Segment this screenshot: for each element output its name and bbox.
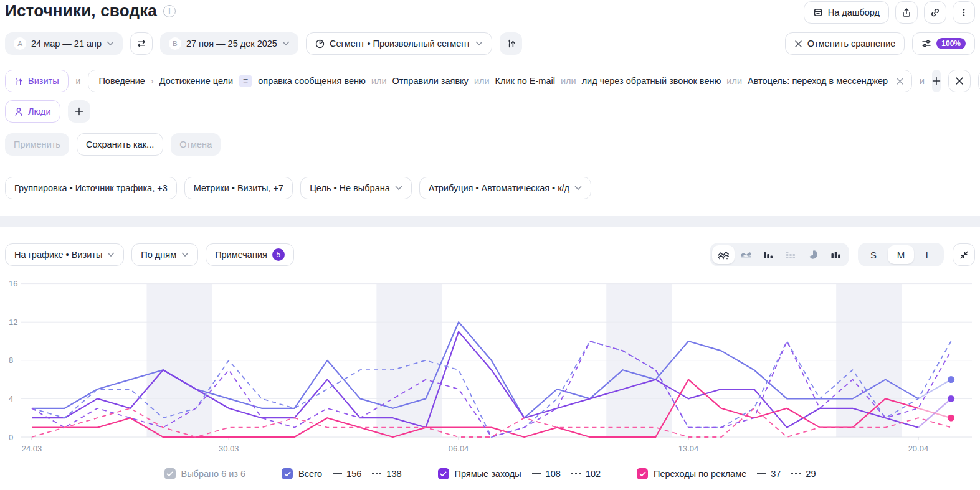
visits-pill-label: Визиты xyxy=(28,76,59,86)
chart-type-columns[interactable] xyxy=(757,245,779,264)
grouping-row: Группировка • Источник трафика, +3 Метри… xyxy=(5,177,975,199)
filter-goal-1: оправка сообщения веню xyxy=(258,76,366,86)
chart-size-m[interactable]: M xyxy=(888,245,914,264)
cancel-compare-label: Отменить сравнение xyxy=(807,39,896,49)
close-icon xyxy=(794,40,802,48)
segment-selector[interactable]: Сегмент • Произвольный сегмент xyxy=(306,32,492,55)
share-button[interactable] xyxy=(895,1,918,24)
period-b-selector[interactable]: В 27 ноя — 25 дек 2025 xyxy=(160,32,298,55)
chart-type-area[interactable] xyxy=(735,245,757,264)
segment-selector-label: Сегмент • Произвольный сегмент xyxy=(330,39,470,49)
notes-button[interactable]: Примечания 5 xyxy=(206,243,294,266)
period-a-selector[interactable]: А 24 мар — 21 апр xyxy=(5,32,123,55)
area-chart-icon xyxy=(740,250,752,260)
segmentation-button[interactable] xyxy=(500,32,522,55)
filter-goal-5: Автоцель: переход в мессенджер xyxy=(748,76,888,86)
legend-item-direct[interactable]: Прямые заходы 108 102 xyxy=(438,468,601,479)
more-menu-button[interactable] xyxy=(953,1,975,24)
to-dashboard-button[interactable]: На дашборд xyxy=(804,1,889,24)
people-pill[interactable]: Люди xyxy=(5,100,60,123)
filter-operator[interactable]: = xyxy=(239,75,252,87)
histogram-icon xyxy=(829,250,842,260)
to-dashboard-label: На дашборд xyxy=(828,7,880,17)
and-conjunction: и xyxy=(920,76,925,86)
collapse-chart-button[interactable] xyxy=(953,243,975,266)
legend-solid-value: 108 xyxy=(532,469,561,479)
checkbox-icon[interactable] xyxy=(637,468,648,479)
segment-filter-row: Визиты и Поведение › Достижение цели = о… xyxy=(5,70,975,92)
legend-solid-value: 156 xyxy=(333,469,361,479)
chart-type-line[interactable] xyxy=(712,245,735,264)
stacked-columns-icon xyxy=(784,250,797,260)
chart-size-s[interactable]: S xyxy=(860,245,887,264)
chart-type-pie[interactable] xyxy=(802,245,824,264)
checkbox-icon[interactable] xyxy=(164,468,176,479)
legend-select-all[interactable]: Выбрано 6 из 6 xyxy=(164,468,246,479)
save-as-button[interactable]: Сохранить как... xyxy=(77,133,163,156)
chart-size-l[interactable]: L xyxy=(915,245,941,264)
dashed-line-sample xyxy=(571,473,581,474)
line-chart-icon xyxy=(717,250,730,260)
checkbox-icon[interactable] xyxy=(282,468,293,479)
copy-link-button[interactable] xyxy=(924,1,946,24)
add-condition-button[interactable] xyxy=(932,70,941,92)
attribution-pill[interactable]: Атрибуция • Автоматическая • к/д xyxy=(419,177,591,199)
visits-pill[interactable]: Визиты xyxy=(5,70,69,92)
y-axis-label: 0 xyxy=(9,433,13,442)
y-axis-label: 12 xyxy=(9,318,17,327)
legend-solid-value: 37 xyxy=(757,469,781,479)
solid-line-sample xyxy=(757,473,766,474)
apply-button[interactable]: Применить xyxy=(5,133,69,156)
period-a-badge: А xyxy=(14,37,26,50)
people-row: Люди xyxy=(5,100,975,123)
link-icon xyxy=(930,7,940,17)
on-chart-metric-label: На графике • Визиты xyxy=(14,250,102,260)
metrics-pill[interactable]: Метрики • Визиты, +7 xyxy=(184,177,293,199)
legend-dashed-value: 138 xyxy=(372,469,401,479)
clear-segment-button[interactable] xyxy=(948,70,971,92)
chart-size-switcher: S M L xyxy=(858,243,944,266)
legend-item-ads[interactable]: Переходы по рекламе 37 29 xyxy=(637,468,816,479)
add-people-condition-button[interactable] xyxy=(68,100,90,123)
grouping-pill[interactable]: Группировка • Источник трафика, +3 xyxy=(5,177,177,199)
cancel-button[interactable]: Отмена xyxy=(171,133,221,156)
segment-funnel-icon xyxy=(14,77,23,86)
on-chart-metric-selector[interactable]: На графике • Визиты xyxy=(5,243,124,266)
dashed-line-sample xyxy=(791,473,801,474)
chart-type-stacked[interactable] xyxy=(779,245,802,264)
checkbox-icon[interactable] xyxy=(438,468,449,479)
header: Источники, сводка i На дашборд xyxy=(5,0,975,24)
series-vsego-a-endpoint-dot xyxy=(948,376,954,383)
period-a-label: 24 мар — 21 апр xyxy=(31,39,102,49)
granularity-label: По дням xyxy=(141,250,176,260)
close-icon xyxy=(955,77,964,85)
swap-periods-button[interactable] xyxy=(130,32,153,55)
legend-item-label: Прямые заходы xyxy=(455,469,521,479)
filter-or: или xyxy=(474,76,490,86)
swap-icon xyxy=(136,39,146,49)
remove-filter-icon[interactable] xyxy=(896,77,904,85)
traffic-sources-line-chart[interactable]: 048121624.0330.0306.0413.0420.04 xyxy=(5,281,975,461)
dashed-line-sample xyxy=(372,473,382,474)
section-divider xyxy=(0,216,980,227)
x-axis-label: 13.04 xyxy=(678,444,699,453)
period-b-label: 27 ноя — 25 дек 2025 xyxy=(186,39,277,49)
series-vsego-a-partial-segment xyxy=(918,380,951,399)
x-axis-label: 20.04 xyxy=(908,444,929,453)
x-axis-label: 06.04 xyxy=(449,444,469,453)
kebab-icon xyxy=(959,7,969,17)
toolbar: А 24 мар — 21 апр В 27 ноя — 25 дек 2025 xyxy=(5,32,975,55)
goal-filter-pill[interactable]: Поведение › Достижение цели = оправка со… xyxy=(88,70,912,92)
cancel-compare-button[interactable]: Отменить сравнение xyxy=(785,32,905,55)
chevron-down-icon xyxy=(107,41,114,46)
info-icon[interactable]: i xyxy=(163,5,176,17)
chevron-down-icon xyxy=(395,186,402,191)
chart-view-options: S M L xyxy=(710,243,975,266)
legend-item-label: Переходы по рекламе xyxy=(654,469,746,479)
legend-item-total[interactable]: Всего 156 138 xyxy=(282,468,401,479)
granularity-selector[interactable]: По дням xyxy=(131,243,198,266)
goal-pill[interactable]: Цель • Не выбрана xyxy=(300,177,412,199)
chart-type-histogram[interactable] xyxy=(824,245,847,264)
plus-icon xyxy=(932,77,941,85)
sampling-button[interactable]: 100% xyxy=(912,32,975,55)
